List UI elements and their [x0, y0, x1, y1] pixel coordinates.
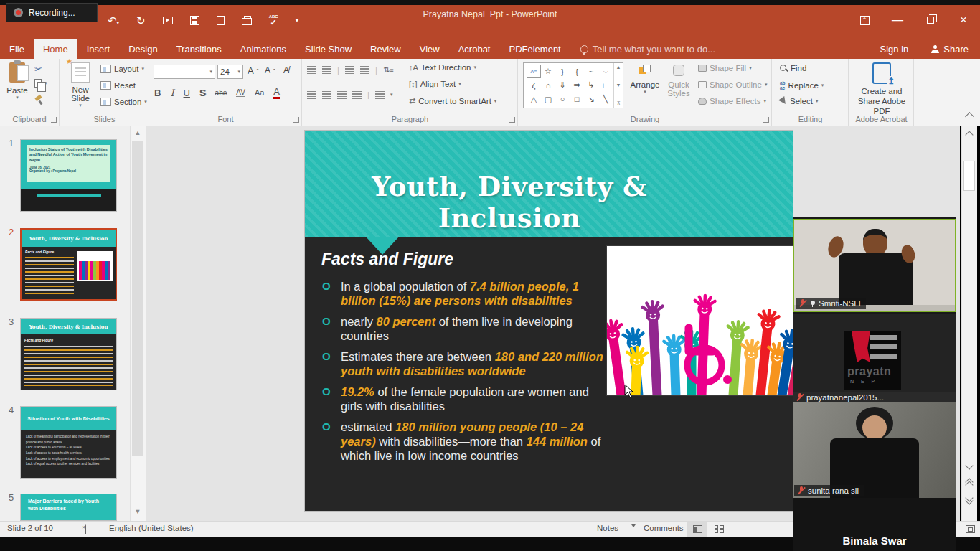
thumbnail-panel-scroll-thumb[interactable] — [132, 141, 143, 456]
shape-glyph[interactable]: ζ — [527, 78, 541, 92]
video-tile-sunita[interactable]: sunita rana sli — [793, 402, 956, 498]
columns-icon[interactable] — [375, 91, 385, 99]
shape-effects-button[interactable]: Shape Effects▾ — [698, 97, 766, 105]
font-dialog-launcher[interactable] — [293, 117, 299, 123]
scroll-up-icon[interactable] — [966, 132, 972, 138]
shape-glyph[interactable]: ⇒ — [570, 78, 584, 92]
shape-glyph[interactable]: ∟ — [598, 78, 613, 92]
minimize-icon[interactable]: — — [881, 5, 914, 35]
font-name-combo[interactable]: ▾ — [154, 65, 215, 79]
close-icon[interactable]: × — [947, 5, 980, 35]
slide-editor[interactable]: Youth, Diversity & Inclusion Facts and F… — [305, 131, 793, 511]
paste-button[interactable]: Paste ▾ — [3, 62, 32, 100]
slide-heading[interactable]: Facts and Figure — [321, 250, 453, 269]
shape-outline-button[interactable]: Shape Outline▾ — [698, 80, 767, 89]
notes-button[interactable]: Notes — [597, 524, 618, 532]
normal-view-button[interactable] — [687, 522, 707, 537]
scroll-down-icon[interactable] — [966, 463, 972, 468]
shape-glyph[interactable]: ⌣ — [598, 65, 613, 78]
slide-bullet[interactable]: Estimates there are between 180 and 220 … — [322, 349, 605, 378]
shapes-gallery[interactable]: A≡ ☆}{~⌣ζ⌂⇓⇒↳∟△▢○□↘╲ ▲▼⊼ — [523, 62, 623, 108]
language-indicator[interactable]: English (United States) — [109, 524, 194, 532]
cut-button[interactable]: ✂ — [34, 64, 42, 75]
video-tile-prayatna[interactable]: prayatn N E P prayatnanepal2015... — [793, 314, 956, 403]
font-color-button[interactable]: A — [273, 86, 280, 99]
shapes-gallery-scroll[interactable]: ▲▼⊼ — [613, 63, 623, 108]
tab-review[interactable]: Review — [361, 39, 410, 59]
tab-pdfelement[interactable]: PDFelement — [499, 39, 570, 59]
slide-bullet[interactable]: 19.2% of the female population are women… — [322, 385, 605, 413]
ribbon-display-options-icon[interactable]: ⌃ — [848, 5, 881, 35]
italic-button[interactable]: I — [170, 88, 174, 98]
drawing-dialog-launcher[interactable] — [763, 117, 769, 123]
tab-home[interactable]: Home — [34, 39, 77, 59]
shape-glyph[interactable]: ○ — [555, 93, 570, 106]
slide-thumbnail-5[interactable]: Major Barriers faced by Youth with Disab… — [20, 494, 117, 521]
text-shadow-button[interactable]: S — [199, 88, 206, 98]
slide-bullet[interactable]: estimated 180 million young people (10 –… — [322, 420, 605, 463]
char-spacing-button[interactable]: AV — [236, 88, 245, 97]
convert-smartart-button[interactable]: ⇄Convert to SmartArt▾ — [409, 96, 496, 105]
align-right-icon[interactable] — [337, 91, 347, 99]
video-tile-bimala[interactable]: Bimala Swar — [793, 498, 956, 551]
shape-glyph[interactable]: □ — [570, 93, 584, 106]
section-button[interactable]: Section▾ — [100, 98, 147, 106]
shape-glyph[interactable]: △ — [527, 93, 541, 106]
slide-thumbnail-2[interactable]: Youth, Diversity & Inclusion Facts and F… — [20, 228, 117, 301]
spelling-icon[interactable]: ABC✓ — [269, 14, 278, 27]
tab-insert[interactable]: Insert — [77, 39, 120, 59]
align-center-icon[interactable] — [322, 91, 331, 99]
redo-icon[interactable]: ↻ — [136, 15, 146, 26]
shape-glyph[interactable]: ↘ — [584, 93, 598, 106]
clipboard-dialog-launcher[interactable] — [51, 117, 57, 123]
shape-glyph[interactable]: ⇓ — [555, 78, 570, 92]
vertical-scroll-thumb[interactable] — [963, 161, 975, 191]
slide-title[interactable]: Youth, Diversity & Inclusion — [305, 171, 714, 234]
tab-design[interactable]: Design — [119, 39, 166, 59]
start-slideshow-icon[interactable] — [163, 17, 173, 24]
tell-me-box[interactable]: Tell me what you want to do... — [570, 39, 715, 59]
shape-glyph[interactable]: ~ — [584, 65, 598, 78]
copy-button[interactable]: ▾ — [34, 79, 47, 88]
undo-icon[interactable]: ↶▾ — [108, 15, 119, 26]
new-file-icon[interactable] — [217, 16, 225, 25]
justify-icon[interactable] — [352, 91, 362, 99]
slide-thumbnail-4[interactable]: Situation of Youth with Disabilities Lac… — [20, 406, 117, 479]
clear-formatting-button[interactable]: A̸ — [283, 65, 289, 75]
layout-button[interactable]: Layout▾ — [100, 65, 144, 73]
print-preview-icon[interactable] — [242, 18, 252, 25]
create-share-pdf-button[interactable]: Create and Share Adobe PDF — [852, 62, 912, 116]
decrease-indent-icon[interactable] — [345, 66, 354, 74]
tab-transitions[interactable]: Transitions — [167, 39, 231, 59]
text-direction-button[interactable]: ↕AText Direction▾ — [409, 63, 476, 72]
restore-icon[interactable] — [914, 5, 947, 35]
tab-animations[interactable]: Animations — [231, 39, 296, 59]
align-left-icon[interactable] — [307, 91, 316, 99]
slide-indicator[interactable]: Slide 2 of 10 — [7, 524, 53, 532]
shape-fill-button[interactable]: Shape Fill▾ — [698, 64, 752, 72]
shape-glyph[interactable]: ☆ — [541, 65, 555, 78]
panel-scroll-down-icon[interactable]: ▼ — [130, 508, 146, 515]
numbering-icon[interactable] — [322, 66, 331, 74]
tab-file[interactable]: File — [0, 39, 34, 59]
slide-thumbnail-1[interactable]: Inclusion Status of Youth with Disabilit… — [20, 139, 117, 212]
comments-button[interactable]: Comments — [644, 524, 684, 532]
increase-indent-icon[interactable] — [360, 66, 369, 74]
format-painter-button[interactable] — [34, 96, 43, 105]
collapse-ribbon-icon[interactable] — [965, 112, 974, 121]
video-tile-smriti[interactable]: Smriti-NSLI — [793, 219, 956, 312]
font-size-combo[interactable]: 24▾ — [217, 65, 243, 79]
tab-slide-show[interactable]: Slide Show — [296, 39, 361, 59]
fit-slide-to-window-button[interactable] — [960, 522, 980, 537]
next-slide-icon[interactable] — [966, 495, 972, 504]
reset-button[interactable]: Reset — [100, 81, 136, 90]
underline-button[interactable]: U — [184, 88, 190, 98]
strikethrough-button[interactable]: abe — [215, 89, 227, 97]
shape-glyph[interactable]: ╲ — [598, 93, 613, 106]
paragraph-dialog-launcher[interactable] — [509, 117, 515, 123]
slide-sorter-view-button[interactable] — [709, 522, 729, 537]
previous-slide-icon[interactable] — [966, 479, 972, 488]
bold-button[interactable]: B — [154, 88, 161, 98]
recording-indicator[interactable]: Recording... — [6, 3, 98, 22]
grow-font-button[interactable]: Aˆ — [248, 65, 258, 76]
